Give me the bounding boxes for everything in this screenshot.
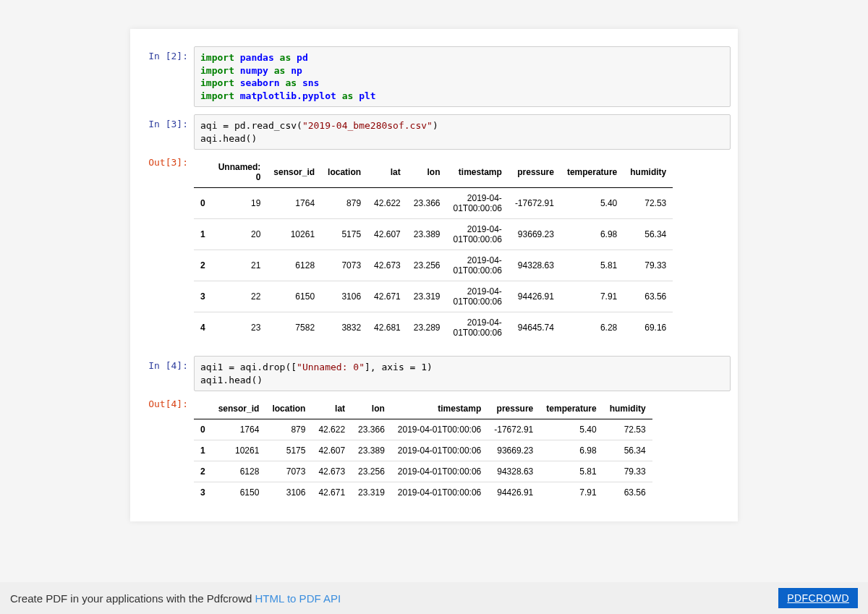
col-lon: lon [407,157,447,188]
cell: 1764 [212,419,266,440]
cell: 5175 [265,440,312,461]
cell: 0 [194,188,212,219]
cell: 22 [212,281,268,312]
col-location: location [321,157,367,188]
cell: 42.607 [312,440,352,461]
cell: 20 [212,219,268,250]
col-idx [194,157,212,188]
cell: 42.671 [367,281,407,312]
code-block-in-3: aqi = pd.read_csv("2019-04_bme280sof.csv… [194,114,731,150]
cell-out-4: Out[4]: sensor_id location lat lon times… [137,394,731,511]
table-row: 019176487942.62223.3662019-04-01T00:00:0… [194,188,673,219]
col-pressure: pressure [488,398,540,419]
cell: 3106 [321,281,367,312]
cell: 69.16 [624,312,673,344]
dataframe-out3: Unnamed: 0 sensor_id location lat lon ti… [194,157,673,343]
col-timestamp: timestamp [446,157,508,188]
cell: 23.256 [352,461,391,482]
cell: 879 [321,188,367,219]
cell: -17672.91 [509,188,561,219]
col-humidity: humidity [603,398,652,419]
cell-in-4: In [4]: aqi1 = aqi.drop(["Unnamed: 0"], … [137,356,731,391]
cell-out-3: Out[3]: Unnamed: 0 sensor_id location la… [137,153,731,351]
col-location: location [265,398,312,419]
table-header-row: sensor_id location lat lon timestamp pre… [194,398,652,419]
cell: 2019-04-01T00:00:06 [446,219,508,250]
cell: 2019-04-01T00:00:06 [391,482,488,503]
cell: 2019-04-01T00:00:06 [446,312,508,344]
cell: 79.33 [603,461,652,482]
cell: 5175 [321,219,367,250]
prompt-in-2: In [2]: [137,46,194,107]
cell: 93669.23 [509,219,561,250]
col-temp: temperature [540,398,603,419]
cell: 94328.63 [509,250,561,281]
cell: 1 [194,440,212,461]
col-lon: lon [352,398,391,419]
cell: 5.40 [561,188,624,219]
cell: 23.366 [407,188,447,219]
col-sensorid: sensor_id [267,157,321,188]
cell: 2019-04-01T00:00:06 [446,281,508,312]
cell: 1764 [267,188,321,219]
cell: 1 [194,219,212,250]
col-humidity: humidity [624,157,673,188]
cell: 21 [212,250,268,281]
cell-in-2: In [2]: import pandas as pd import numpy… [137,46,731,107]
prompt-out-4: Out[4]: [137,394,194,511]
dataframe-out4: sensor_id location lat lon timestamp pre… [194,398,652,503]
col-timestamp: timestamp [391,398,488,419]
table-header-row: Unnamed: 0 sensor_id location lat lon ti… [194,157,673,188]
col-sensorid: sensor_id [212,398,266,419]
cell: 63.56 [603,482,652,503]
cell: 6128 [212,461,266,482]
cell: 94328.63 [488,461,540,482]
cell: 5.40 [540,419,603,440]
prompt-in-4: In [4]: [137,356,194,391]
cell: 3 [194,482,212,503]
code-block-in-4: aqi1 = aqi.drop(["Unnamed: 0"], axis = 1… [194,356,731,391]
cell: 42.681 [367,312,407,344]
cell: 2019-04-01T00:00:06 [391,419,488,440]
cell: 19 [212,188,268,219]
cell: 94426.91 [509,281,561,312]
cell: 6150 [212,482,266,503]
cell: 42.622 [312,419,352,440]
cell: 56.34 [624,219,673,250]
cell: 10261 [267,219,321,250]
cell: 3832 [321,312,367,344]
cell: 6.98 [540,440,603,461]
prompt-in-3: In [3]: [137,114,194,150]
cell: 879 [265,419,312,440]
table-row: 3226150310642.67123.3192019-04-01T00:00:… [194,281,673,312]
cell: 23.389 [407,219,447,250]
code-block-in-2: import pandas as pd import numpy as np i… [194,46,731,107]
cell: 7.91 [540,482,603,503]
cell: 7582 [267,312,321,344]
cell: 7.91 [561,281,624,312]
cell: 6128 [267,250,321,281]
cell: 94426.91 [488,482,540,503]
col-unnamed: Unnamed: 0 [212,157,268,188]
cell: 10261 [212,440,266,461]
cell: 93669.23 [488,440,540,461]
cell: 94645.74 [509,312,561,344]
cell: 7073 [321,250,367,281]
cell: 2 [194,250,212,281]
cell: 23 [212,312,268,344]
col-temp: temperature [561,157,624,188]
cell: 6150 [267,281,321,312]
table-row: 26128707342.67323.2562019-04-01T00:00:06… [194,461,652,482]
cell-in-3: In [3]: aqi = pd.read_csv("2019-04_bme28… [137,114,731,150]
table-row: 4237582383242.68123.2892019-04-01T00:00:… [194,312,673,344]
cell: 79.33 [624,250,673,281]
cell: 72.53 [624,188,673,219]
cell: 2019-04-01T00:00:06 [391,440,488,461]
col-lat: lat [367,157,407,188]
cell: 23.289 [407,312,447,344]
cell: 6.28 [561,312,624,344]
cell: 23.389 [352,440,391,461]
cell: 72.53 [603,419,652,440]
cell: 2019-04-01T00:00:06 [391,461,488,482]
cell: 3 [194,281,212,312]
